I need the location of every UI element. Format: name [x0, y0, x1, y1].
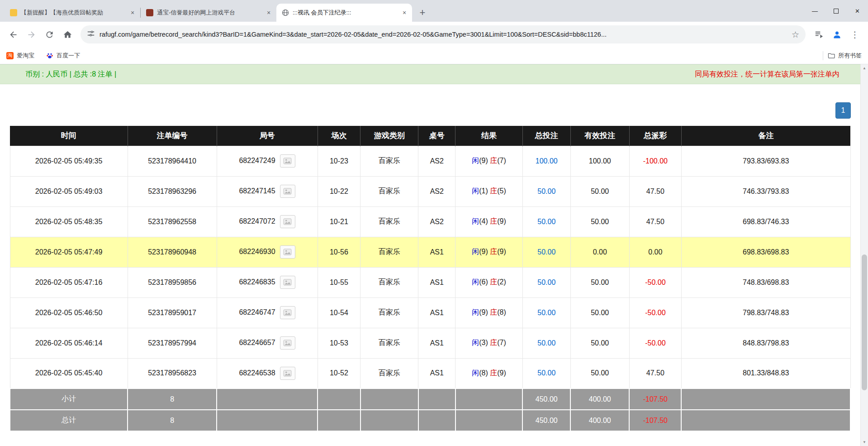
cell-game-type: 百家乐	[360, 328, 418, 358]
cell-valid-bet: 50.00	[570, 206, 629, 237]
total-bet-link[interactable]: 50.00	[537, 218, 555, 225]
cell-session: 10-23	[318, 146, 360, 176]
result-banker-label: 庄	[490, 278, 497, 286]
footer-cell	[681, 410, 850, 431]
tab-close-icon[interactable]: ×	[128, 9, 137, 17]
cell-session: 10-54	[318, 297, 360, 328]
cell-bet-id: 523178959856	[128, 267, 217, 297]
back-button[interactable]	[5, 26, 22, 43]
total-bet-link[interactable]: 50.00	[537, 369, 555, 377]
result-banker-label: 庄	[490, 217, 497, 225]
column-header: 总投注	[522, 126, 570, 146]
cell-payout: -50.00	[629, 267, 681, 297]
cell-game-type: 百家乐	[360, 146, 418, 176]
cell-table-no: AS2	[418, 176, 455, 206]
result-banker-label: 庄	[490, 248, 497, 255]
replay-image-button[interactable]	[280, 306, 295, 319]
tab-close-icon[interactable]: ×	[400, 9, 408, 17]
result-player-label: 闲	[472, 157, 479, 164]
tab-close-icon[interactable]: ×	[265, 9, 273, 17]
address-bar[interactable]: rafugf.com/game/betrecord_search/kind3?B…	[81, 25, 806, 43]
maximize-button[interactable]	[825, 0, 847, 22]
bookmark-star-icon[interactable]: ☆	[792, 30, 799, 39]
home-button[interactable]	[59, 26, 76, 43]
all-bookmarks-label: 所有书签	[838, 52, 862, 60]
tab-3-active[interactable]: :::视讯 会员下注纪录::: ×	[276, 4, 412, 22]
scroll-up-button[interactable]: ▲	[861, 64, 868, 72]
total-bet-link[interactable]: 50.00	[537, 187, 555, 195]
folder-icon	[828, 52, 835, 59]
replay-image-button[interactable]	[280, 336, 295, 350]
tab-2-favicon-site-icon	[146, 9, 153, 16]
cell-remark: 746.33/793.83	[681, 176, 850, 206]
column-header: 场次	[318, 126, 360, 146]
cell-round-id: 682246657	[217, 328, 318, 358]
result-banker-score: (9)	[497, 217, 506, 225]
total-bet-link[interactable]: 100.00	[536, 157, 558, 165]
round-id-text: 682247072	[239, 217, 275, 225]
replay-image-button[interactable]	[280, 367, 295, 380]
footer-cell	[418, 410, 455, 431]
tab-1[interactable]: 【新提醒】【海燕优质回帖奖励 ×	[5, 4, 140, 22]
cell-bet-id: 523178962558	[128, 206, 217, 237]
result-banker-label: 庄	[490, 339, 497, 346]
close-window-button[interactable]: ✕	[847, 0, 868, 22]
pagination-page-1-button[interactable]: 1	[835, 102, 851, 119]
browser-toolbar: rafugf.com/game/betrecord_search/kind3?B…	[0, 22, 868, 47]
table-row: 2026-02-05 05:45:40523178956823682246538…	[10, 358, 850, 388]
cell-bet-id: 523178959017	[128, 297, 217, 328]
cell-remark: 798.83/748.83	[681, 297, 850, 328]
forward-button[interactable]	[23, 26, 40, 43]
all-bookmarks-button[interactable]: 所有书签	[828, 52, 862, 60]
vertical-scrollbar[interactable]: ▲ ▼	[860, 64, 868, 446]
total-row: 总计8450.00400.00-107.50	[10, 410, 850, 431]
cell-total-bet: 50.00	[522, 297, 570, 328]
replay-image-button[interactable]	[280, 215, 295, 228]
footer-cell	[455, 388, 523, 410]
minimize-button[interactable]: —	[804, 0, 825, 22]
scroll-thumb[interactable]	[862, 254, 867, 390]
result-banker-label: 庄	[490, 308, 497, 316]
cell-round-id: 682246747	[217, 297, 318, 328]
column-header: 有效投注	[570, 126, 629, 146]
replay-image-button[interactable]	[280, 276, 295, 289]
new-tab-button[interactable]: +	[416, 6, 429, 19]
round-id-text: 682247249	[239, 157, 275, 164]
profile-icon[interactable]	[828, 26, 845, 43]
result-player-label: 闲	[472, 278, 479, 286]
total-bet-link[interactable]: 50.00	[537, 309, 555, 317]
cell-round-id: 682247072	[217, 206, 318, 237]
total-bet-link[interactable]: 50.00	[537, 339, 555, 347]
bookmark-item-taobao[interactable]: 淘 爱淘宝	[6, 52, 34, 60]
footer-cell	[318, 388, 360, 410]
replay-image-button[interactable]	[280, 154, 295, 168]
cell-result: 闲(9) 庄(9)	[455, 237, 523, 267]
replay-image-button[interactable]	[280, 185, 295, 198]
cell-result: 闲(9) 庄(7)	[455, 146, 523, 176]
cell-round-id: 682246930	[217, 237, 318, 267]
cell-total-bet: 50.00	[522, 237, 570, 267]
total-bet-link[interactable]: 50.00	[537, 278, 555, 286]
round-id-text: 682246835	[239, 278, 275, 286]
cell-time: 2026-02-05 05:46:14	[10, 328, 128, 358]
site-settings-icon[interactable]	[87, 29, 95, 39]
column-header: 时间	[10, 126, 128, 146]
menu-icon[interactable]: ⋮	[846, 26, 863, 43]
replay-image-button[interactable]	[280, 245, 295, 259]
cell-bet-id: 523178956823	[128, 358, 217, 388]
footer-cell: 8	[128, 388, 217, 410]
cell-time: 2026-02-05 05:49:35	[10, 146, 128, 176]
bookmark-item-baidu[interactable]: 百度一下	[46, 52, 80, 60]
footer-cell	[455, 410, 523, 431]
tab-2[interactable]: 通宝-信誉最好的网上游戏平台 ×	[141, 4, 276, 22]
total-bet-link[interactable]: 50.00	[537, 248, 555, 256]
cell-result: 闲(8) 庄(9)	[455, 358, 523, 388]
bookmark-label: 百度一下	[57, 52, 80, 60]
refresh-button[interactable]	[41, 26, 58, 43]
round-id-text: 682246747	[239, 308, 275, 316]
refresh-icon	[45, 30, 54, 39]
media-controls-icon[interactable]	[810, 26, 827, 43]
cell-session: 10-52	[318, 358, 360, 388]
scroll-down-button[interactable]: ▼	[861, 438, 868, 446]
cell-session: 10-56	[318, 237, 360, 267]
